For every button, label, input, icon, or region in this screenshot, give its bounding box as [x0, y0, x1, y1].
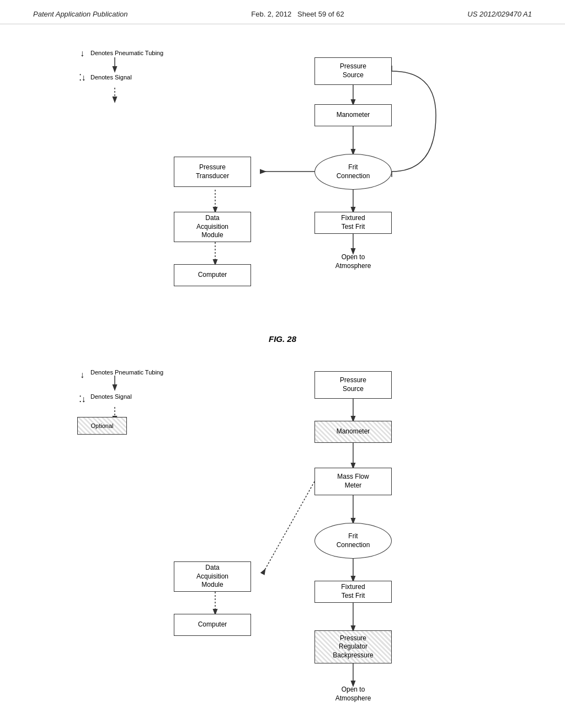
page-header: Patent Application Publication Feb. 2, 2…: [0, 0, 565, 24]
fig28-pressure-transducer-box: Pressure Transducer: [174, 157, 251, 187]
legend29-pneumatic: ↓ Denotes Pneumatic Tubing: [77, 368, 163, 382]
fig29-optional-label: Optional: [91, 422, 114, 430]
fig29-open-atmosphere: Open toAtmosphere: [315, 686, 392, 703]
fig29-fixtured-test-frit-box: Fixtured Test Frit: [315, 581, 392, 603]
legend-pneumatic: ↓ Denotes Pneumatic Tubing: [77, 49, 163, 58]
svg-line-19: [265, 481, 315, 570]
fig29-computer-box: Computer: [174, 614, 251, 636]
fig29-computer-label: Computer: [198, 620, 227, 629]
fig29-pressure-regulator-label: Pressure Regulator Backpressure: [333, 634, 373, 660]
legend-pneumatic-label: Denotes Pneumatic Tubing: [90, 49, 163, 57]
pneumatic-arrow-icon: ↓: [77, 49, 87, 58]
fig29-optional-box: Optional: [77, 417, 127, 435]
fig28-manometer-box: Manometer: [315, 104, 392, 126]
legend29-signal: ⁚↓ Denotes Signal: [77, 393, 163, 406]
fig28-section: ↓ Denotes Pneumatic Tubing ⁚↓ Denotes Si…: [33, 41, 532, 344]
fig28-title: FIG. 28: [33, 334, 532, 344]
fig29-data-acquisition-label: Data Acquisition Module: [196, 564, 228, 590]
legend-signal-label: Denotes Signal: [90, 73, 132, 81]
fig28-computer-box: Computer: [174, 264, 251, 286]
fig28-pressure-source-box: Pressure Source: [315, 57, 392, 85]
header-date: Feb. 2, 2012: [251, 10, 291, 18]
fig28-frit-connection-box: Frit Connection: [315, 154, 392, 190]
fig29-frit-connection-box: Frit Connection: [315, 523, 392, 559]
fig28-legend: ↓ Denotes Pneumatic Tubing ⁚↓ Denotes Si…: [77, 49, 163, 85]
signal-arrow-icon: ⁚↓: [77, 73, 87, 82]
fig28-frit-connection-label: Frit Connection: [337, 163, 370, 180]
pneumatic29-arrow-icon: ↓: [77, 368, 87, 382]
fig28-diagram: ↓ Denotes Pneumatic Tubing ⁚↓ Denotes Si…: [33, 41, 532, 328]
fig29-diagram: ↓ Denotes Pneumatic Tubing ⁚↓ Denotes Si…: [33, 360, 532, 728]
fig28-computer-label: Computer: [198, 271, 227, 280]
fig29-pressure-source-box: Pressure Source: [315, 371, 392, 399]
header-patent: US 2012/029470 A1: [467, 10, 532, 18]
header-publication: Patent Application Publication: [33, 10, 128, 18]
fig29-fixtured-test-frit-label: Fixtured Test Frit: [341, 583, 365, 600]
fig29-pressure-regulator-box: Pressure Regulator Backpressure: [315, 630, 392, 663]
legend29-pneumatic-label: Denotes Pneumatic Tubing: [90, 368, 163, 376]
fig29-data-acquisition-box: Data Acquisition Module: [174, 561, 251, 592]
fig28-fixtured-test-frit-box: Fixtured Test Frit: [315, 212, 392, 234]
fig29-section: ↓ Denotes Pneumatic Tubing ⁚↓ Denotes Si…: [33, 360, 532, 728]
fig29-legend: ↓ Denotes Pneumatic Tubing ⁚↓ Denotes Si…: [77, 368, 163, 435]
fig29-mass-flow-meter-box: Mass Flow Meter: [315, 468, 392, 495]
fig29-mass-flow-meter-label: Mass Flow Meter: [337, 473, 369, 490]
signal29-arrow-icon: ⁚↓: [77, 393, 87, 406]
fig29-pressure-source-label: Pressure Source: [340, 376, 366, 393]
page-content: ↓ Denotes Pneumatic Tubing ⁚↓ Denotes Si…: [0, 24, 565, 728]
fig29-frit-connection-label: Frit Connection: [337, 532, 370, 549]
fig28-data-acquisition-label: Data Acquisition Module: [196, 214, 228, 240]
fig28-pressure-transducer-label: Pressure Transducer: [196, 163, 229, 180]
fig29-open-atmosphere-label: Open toAtmosphere: [335, 686, 371, 702]
fig29-manometer-label: Manometer: [337, 427, 370, 436]
fig28-pressure-source-label: Pressure Source: [340, 62, 366, 79]
header-sheet: Sheet 59 of 62: [297, 10, 344, 18]
fig28-data-acquisition-box: Data Acquisition Module: [174, 212, 251, 242]
fig28-manometer-label: Manometer: [337, 111, 370, 120]
header-center: Feb. 2, 2012 Sheet 59 of 62: [251, 10, 344, 18]
legend-signal: ⁚↓ Denotes Signal: [77, 73, 163, 82]
legend29-signal-label: Denotes Signal: [90, 393, 132, 400]
fig28-open-atmosphere: Open toAtmosphere: [315, 253, 392, 270]
fig29-manometer-box: Manometer: [315, 421, 392, 443]
fig28-open-atmosphere-label: Open toAtmosphere: [335, 253, 371, 270]
fig28-fixtured-test-frit-label: Fixtured Test Frit: [341, 214, 365, 231]
